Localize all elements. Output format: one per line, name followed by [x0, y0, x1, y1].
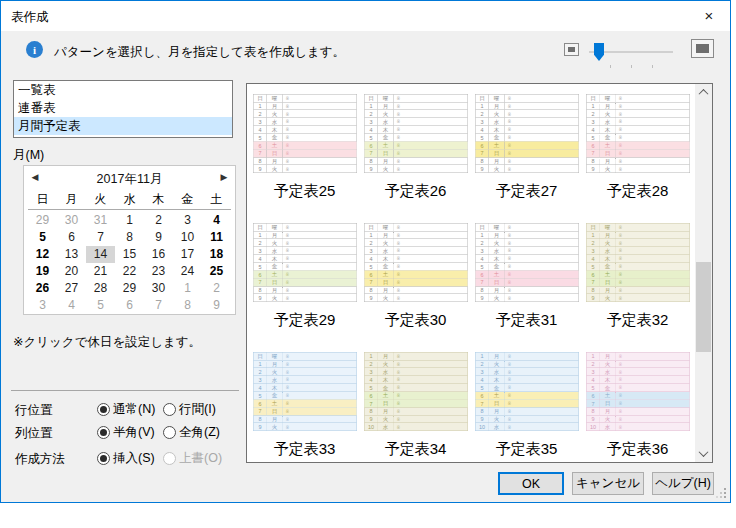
calendar-day[interactable]: 20 [57, 263, 86, 280]
ok-button[interactable]: OK [498, 472, 564, 495]
calendar-day[interactable]: 7 [144, 297, 173, 314]
calendar-day[interactable]: 30 [57, 212, 86, 229]
large-preview-icon[interactable] [691, 39, 714, 58]
calendar-day[interactable]: 24 [173, 263, 202, 280]
mini-table-cell: 土 [489, 392, 505, 399]
calendar-day[interactable]: 17 [173, 246, 202, 263]
scrollbar[interactable] [695, 84, 712, 462]
preview-item[interactable]: 日曜※1月※2火※3水※4木※5金※6土※7日※8月※9火※予定表29 [249, 223, 360, 338]
calendar-day[interactable]: 7 [86, 229, 115, 246]
calendar-day[interactable]: 2 [144, 212, 173, 229]
mini-table-row: 5金※ [586, 384, 689, 392]
radio-label: 全角(Z) [179, 425, 220, 439]
preview-item[interactable]: 1月※2火※3水※4木※5金※6土※7日※8月※9火※10水※予定表36 [582, 352, 693, 463]
calendar-day[interactable]: 9 [202, 297, 231, 314]
calendar-day[interactable]: 10 [173, 229, 202, 246]
mini-table-row: 9火※ [586, 165, 689, 172]
calendar-day[interactable]: 13 [57, 246, 86, 263]
mini-table-cell: ※ [282, 96, 356, 101]
close-icon[interactable]: × [688, 1, 730, 30]
calendar-day[interactable]: 9 [144, 229, 173, 246]
calendar-day[interactable]: 25 [202, 263, 231, 280]
calendar-day[interactable]: 28 [86, 280, 115, 297]
mini-table-cell: ※ [393, 119, 467, 124]
calendar-day-selected[interactable]: 14 [86, 246, 115, 263]
calendar-day[interactable]: 2 [202, 280, 231, 297]
preview-item[interactable]: 日曜※1月※2火※3水※4木※5金※6土※7日※8月※9火※予定表27 [471, 94, 582, 209]
slider-thumb[interactable] [594, 43, 604, 61]
pattern-listbox[interactable]: 一覧表連番表月間予定表 [13, 80, 233, 138]
radio-option[interactable]: 全角(Z) [163, 424, 220, 441]
radio-option[interactable]: 行間(I) [163, 401, 216, 418]
preview-item[interactable]: 日曜※1月※2火※3水※4木※5金※6土※7日※8月※9火※予定表33 [249, 352, 360, 463]
calendar-day[interactable]: 29 [28, 212, 57, 229]
radio-option[interactable]: 通常(N) [97, 401, 155, 418]
radio-icon[interactable] [97, 426, 110, 439]
radio-icon[interactable] [97, 403, 110, 416]
help-button[interactable]: ヘルプ(H) [652, 472, 714, 495]
mini-table-cell: 木 [267, 126, 283, 133]
scrollbar-thumb[interactable] [696, 262, 711, 352]
mini-table-cell: 曜 [600, 224, 616, 231]
calendar-day[interactable]: 31 [86, 212, 115, 229]
cancel-button[interactable]: キャンセル [572, 472, 644, 495]
mini-table-row: 5金※ [364, 263, 467, 271]
calendar-day[interactable]: 19 [28, 263, 57, 280]
calendar-day[interactable]: 15 [115, 246, 144, 263]
calendar-day[interactable]: 3 [173, 212, 202, 229]
preview-item[interactable]: 日曜※1月※2火※3水※4木※5金※6土※7日※8月※9火※予定表26 [360, 94, 471, 209]
radio-icon[interactable] [97, 452, 110, 465]
calendar-day[interactable]: 5 [28, 229, 57, 246]
calendar-day[interactable]: 18 [202, 246, 231, 263]
calendar-day[interactable]: 8 [173, 297, 202, 314]
calendar-day[interactable]: 26 [28, 280, 57, 297]
calendar-day[interactable]: 6 [57, 229, 86, 246]
radio-option[interactable]: 半角(V) [97, 424, 155, 441]
calendar-day[interactable]: 27 [57, 280, 86, 297]
radio-icon[interactable] [163, 403, 176, 416]
pattern-option[interactable]: 連番表 [14, 99, 232, 117]
preview-item[interactable]: 日曜※1月※2火※3水※4木※5金※6土※7日※8月※9火※予定表30 [360, 223, 471, 338]
scroll-up-icon[interactable] [695, 84, 712, 101]
mini-table-cell: 日 [600, 278, 616, 285]
mini-table-row: 6土※ [475, 142, 578, 150]
preview-item[interactable]: 日曜※1月※2火※3水※4木※5金※6土※7日※8月※9火※予定表32 [582, 223, 693, 338]
calendar-next-icon[interactable]: ▶ [217, 172, 231, 182]
calendar-day[interactable]: 22 [115, 263, 144, 280]
calendar-day[interactable]: 21 [86, 263, 115, 280]
mini-table-cell: ※ [615, 362, 689, 367]
calendar-day[interactable]: 16 [144, 246, 173, 263]
preview-item[interactable]: 日曜※1月※2火※3水※4木※5金※6土※7日※8月※9火※予定表31 [471, 223, 582, 338]
calendar-day[interactable]: 5 [86, 297, 115, 314]
scroll-down-icon[interactable] [695, 445, 712, 462]
calendar-day[interactable]: 12 [28, 246, 57, 263]
pattern-option[interactable]: 月間予定表 [14, 117, 232, 135]
preview-item[interactable]: 1月※2火※3水※4木※5金※6土※7日※8月※9火※10水※予定表34 [360, 352, 471, 463]
mini-table-cell: ※ [282, 225, 356, 230]
mini-table-row: 9火※ [253, 165, 356, 172]
calendar-day[interactable]: 29 [115, 280, 144, 297]
mini-table-cell: 1 [253, 360, 267, 367]
calendar-day[interactable]: 3 [28, 297, 57, 314]
calendar-day[interactable]: 6 [115, 297, 144, 314]
calendar-day[interactable]: 4 [202, 212, 231, 229]
resize-grip-icon[interactable] [716, 488, 727, 499]
calendar-title: 2017年11月 [24, 171, 235, 188]
mini-table-cell: 金 [600, 384, 616, 391]
calendar-day[interactable]: 4 [57, 297, 86, 314]
calendar-day[interactable]: 11 [202, 229, 231, 246]
small-preview-icon[interactable] [564, 43, 579, 56]
calendar-day[interactable]: 1 [115, 212, 144, 229]
mini-table-row: 5金※ [475, 384, 578, 392]
preview-item[interactable]: 1月※2火※3水※4木※5金※6土※7日※8月※9火※10水※予定表35 [471, 352, 582, 463]
calendar-day[interactable]: 23 [144, 263, 173, 280]
radio-option[interactable]: 挿入(S) [97, 450, 155, 467]
calendar-day[interactable]: 1 [173, 280, 202, 297]
preview-item[interactable]: 日曜※1月※2火※3水※4木※5金※6土※7日※8月※9火※予定表25 [249, 94, 360, 209]
calendar-day[interactable]: 30 [144, 280, 173, 297]
preview-item[interactable]: 日曜※1月※2火※3水※4木※5金※6土※7日※8月※9火※予定表28 [582, 94, 693, 209]
calendar-day[interactable]: 8 [115, 229, 144, 246]
radio-icon[interactable] [163, 426, 176, 439]
pattern-option[interactable]: 一覧表 [14, 81, 232, 99]
preview-size-slider[interactable] [589, 41, 673, 65]
